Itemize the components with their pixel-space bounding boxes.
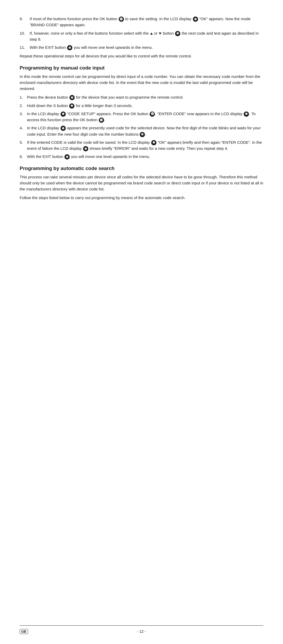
step-2-content: Hold down the S button ❹ for a little lo…: [27, 103, 263, 109]
item-9-content: If most of the buttons function press th…: [30, 16, 263, 28]
section2-intro: This process can take several minutes pe…: [20, 174, 263, 192]
icon-1-e: ❶: [151, 140, 156, 145]
icon-17-b: ⓰: [150, 111, 155, 117]
section1-intro: In this mode the remote control can be p…: [20, 73, 263, 92]
step-6-content: With the EXIT button ❻ you will move one…: [27, 153, 263, 159]
page: 9. If most of the buttons function press…: [0, 0, 283, 644]
intro-list: 9. If most of the buttons function press…: [20, 16, 263, 50]
step-5-content: If the entered CODE is valid the code wi…: [27, 139, 263, 152]
step-4-num: 4.: [20, 125, 27, 137]
icon-3-a: ❸: [69, 95, 75, 100]
arrow-up-icon: [150, 33, 153, 35]
list-item-11: 11. With the EXIT button ❻ you will move…: [20, 44, 263, 50]
item-11-num: 11.: [20, 44, 30, 50]
section2-follow: Follow the steps listed below to carry o…: [20, 195, 263, 201]
step-5-num: 5.: [20, 139, 27, 152]
step-4-content: In the LCD display ❶ appears the present…: [27, 125, 263, 137]
icon-5-a: ❺: [175, 31, 180, 36]
list-item-9: 9. If most of the buttons function press…: [20, 16, 263, 28]
step-6: 6. With the EXIT button ❻ you will move …: [20, 153, 263, 159]
step-1-content: Press the device button ❸ for the device…: [27, 94, 263, 100]
step-4: 4. In the LCD display ❶ appears the pres…: [20, 125, 263, 137]
section2-heading: Programming by automatic code search: [20, 166, 263, 171]
item-10-num: 10.: [20, 30, 30, 42]
icon-1-d: ❶: [61, 126, 66, 131]
footer-page-number: - 12 -: [137, 629, 146, 634]
arrow-down-icon: [159, 33, 161, 35]
footer-line: [20, 625, 263, 626]
icon-1-c: ❶: [244, 111, 249, 117]
footer-gb-label: GB: [20, 629, 28, 634]
icon-4-a: ❹: [69, 103, 74, 109]
icon-17-c: ⓰: [99, 118, 104, 123]
repeat-text: Repeat these operational steps for all d…: [20, 53, 263, 59]
section1-steps: 1. Press the device button ❸ for the dev…: [20, 94, 263, 159]
step-2: 2. Hold down the S button ❹ for a little…: [20, 103, 263, 109]
icon-1-a: ❶: [193, 17, 198, 22]
step-1: 1. Press the device button ❸ for the dev…: [20, 94, 263, 100]
step-1-num: 1.: [20, 94, 27, 100]
list-item-10: 10. If, however, none or only a few of t…: [20, 30, 263, 42]
icon-1-f: ❶: [83, 146, 88, 151]
step-3-content: In the LCD display ❶ "CODE SETUP" appear…: [27, 111, 263, 123]
step-6-num: 6.: [20, 153, 27, 159]
item-9-num: 9.: [20, 16, 30, 28]
step-5: 5. If the entered CODE is valid the code…: [20, 139, 263, 152]
icon-6-b: ❻: [64, 154, 70, 159]
step-3: 3. In the LCD display ❶ "CODE SETUP" app…: [20, 111, 263, 123]
icon-9-a: ❾: [140, 132, 145, 137]
icon-1-b: ❶: [61, 111, 66, 117]
item-11-content: With the EXIT button ❻ you will move one…: [30, 44, 263, 50]
icon-6-a: ❻: [67, 45, 72, 50]
step-2-num: 2.: [20, 103, 27, 109]
item-10-content: If, however, none or only a few of the b…: [30, 30, 263, 42]
step-3-num: 3.: [20, 111, 27, 123]
icon-17-a: ⓰: [119, 17, 124, 22]
section1-heading: Programming by manual code input: [20, 65, 263, 71]
footer: GB - 12 -: [20, 629, 263, 634]
